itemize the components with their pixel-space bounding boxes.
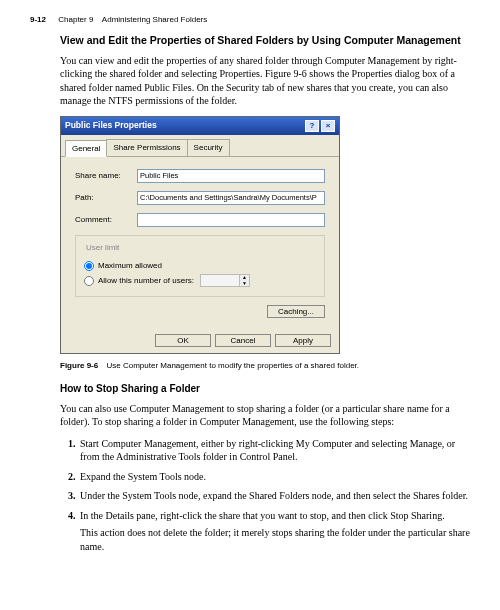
section-heading-stop-sharing: How to Stop Sharing a Folder [60,382,470,396]
tab-strip: General Share Permissions Security [61,135,339,157]
ok-button[interactable]: OK [155,334,211,347]
chapter-title: Administering Shared Folders [102,15,207,24]
radio-maximum-allowed[interactable] [84,261,94,271]
tab-general[interactable]: General [65,140,107,157]
steps-list: Start Computer Management, either by rig… [78,437,470,554]
caching-button[interactable]: Caching... [267,305,325,318]
apply-button[interactable]: Apply [275,334,331,347]
tab-share-permissions[interactable]: Share Permissions [106,139,187,156]
comment-label: Comment: [75,214,137,225]
share-name-input[interactable]: Public Files [137,169,325,183]
step-3: Under the System Tools node, expand the … [78,489,470,503]
cancel-button[interactable]: Cancel [215,334,271,347]
user-limit-fieldset: User limit Maximum allowed Allow this nu… [75,235,325,297]
radio-max-label: Maximum allowed [98,260,162,271]
titlebar: Public Files Properties ? × [61,117,339,135]
fieldset-legend: User limit [84,242,121,253]
dialog-title: Public Files Properties [65,120,157,132]
step-4: In the Details pane, right-click the sha… [78,509,470,554]
share-name-label: Share name: [75,170,137,181]
step-4-followup: This action does not delete the folder; … [80,526,470,553]
help-icon[interactable]: ? [305,120,319,132]
user-count-spinner[interactable]: ▲▼ [200,274,250,287]
dialog-screenshot: Public Files Properties ? × General Shar… [60,116,470,355]
section-heading-view-edit: View and Edit the Properties of Shared F… [60,33,470,48]
figure-text: Use Computer Management to modify the pr… [106,361,359,370]
comment-input[interactable] [137,213,325,227]
path-input[interactable]: C:\Documents and Settings\Sandra\My Docu… [137,191,325,205]
dialog-body: Share name: Public Files Path: C:\Docume… [61,157,339,328]
step-4-text: In the Details pane, right-click the sha… [80,510,445,521]
step-2: Expand the System Tools node. [78,470,470,484]
dialog-footer: OK Cancel Apply [61,328,339,353]
page-header: 9-12 Chapter 9 Administering Shared Fold… [30,14,470,25]
figure-caption: Figure 9-6 Use Computer Management to mo… [60,360,470,371]
properties-dialog: Public Files Properties ? × General Shar… [60,116,340,355]
page-number: 9-12 [30,15,46,24]
chapter-label: Chapter 9 [58,15,93,24]
path-label: Path: [75,192,137,203]
section1-paragraph: You can view and edit the properties of … [60,54,470,108]
section2-paragraph: You can also use Computer Management to … [60,402,470,429]
spinner-down-icon[interactable]: ▼ [239,281,249,287]
radio-allow-label: Allow this number of users: [98,275,194,286]
figure-number: Figure 9-6 [60,361,98,370]
radio-allow-number[interactable] [84,276,94,286]
step-1: Start Computer Management, either by rig… [78,437,470,464]
tab-security[interactable]: Security [187,139,230,156]
close-icon[interactable]: × [321,120,335,132]
